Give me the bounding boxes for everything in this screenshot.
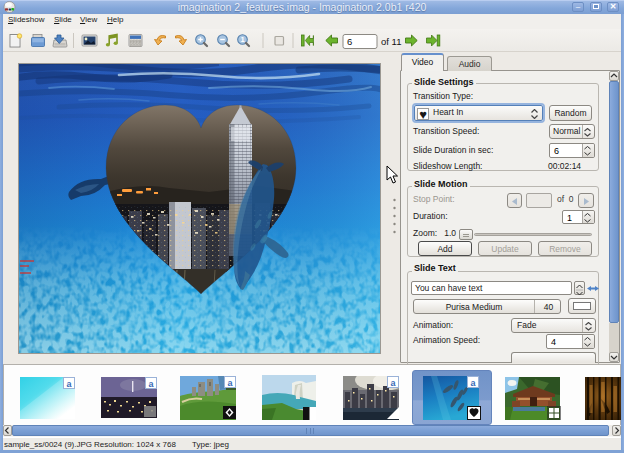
svg-text:6: 6 <box>347 36 352 47</box>
svg-text:1: 1 <box>240 35 244 44</box>
svg-text:of 11: of 11 <box>381 36 401 47</box>
